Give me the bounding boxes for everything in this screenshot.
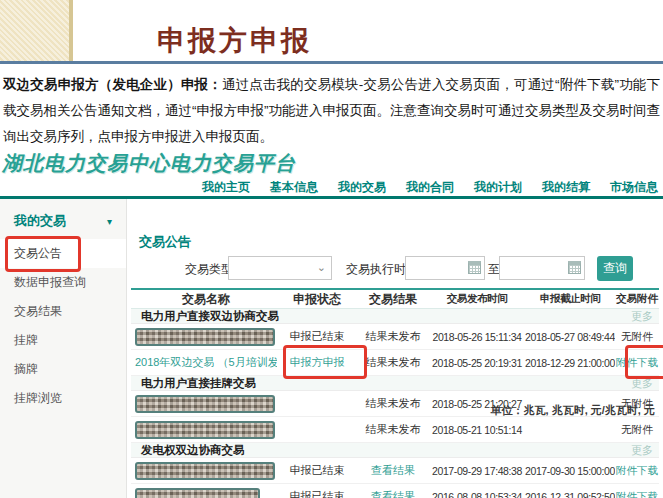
tab-my-settlement[interactable]: 我的结算: [542, 180, 590, 197]
attachment-cell: 无附件: [615, 423, 659, 437]
table-header-row: 交易名称 申报状态 交易结果 交易发布时间 申报截止时间 交易附件: [131, 288, 659, 309]
table-row: 申报已结束 查看结果 2017-09-29 17:48:38 2017-09-3…: [131, 458, 659, 484]
calendar-icon[interactable]: [468, 261, 481, 274]
main-panel: 单位：兆瓦, 兆瓦时, 元/兆瓦时, 元 交易公告 交易类型： ⌄ 交易执行时间…: [127, 199, 663, 498]
tab-my-trades[interactable]: 我的交易: [338, 180, 386, 197]
publish-time-cell: 2018-05-26 15:11:34: [429, 331, 525, 343]
deadline-cell: 2017-09-30 15:00:00: [525, 465, 615, 477]
more-link[interactable]: 更多: [631, 309, 653, 324]
status-cell: 申报已结束: [277, 463, 357, 478]
view-result-link[interactable]: 查看结果: [357, 463, 429, 478]
redacted-trade-name: [135, 462, 275, 480]
publish-time-cell: 2018-05-25 21:20:27: [429, 398, 525, 410]
tab-my-homepage[interactable]: 我的主页: [202, 180, 250, 197]
col-header-deadline: 申报截止时间: [525, 292, 615, 306]
result-cell: 结果未发布: [357, 422, 429, 437]
redacted-trade-name: [135, 488, 260, 498]
table-row: 申报已结束 查看结果 2016-08-08 10:53:34 2016-12-3…: [131, 484, 659, 498]
sidebar-item-listing[interactable]: 挂牌: [0, 326, 126, 355]
redacted-trade-name: [135, 328, 275, 346]
more-link[interactable]: 更多: [631, 443, 653, 458]
tab-my-plans[interactable]: 我的计划: [474, 180, 522, 197]
result-cell: 结果未发布: [357, 329, 429, 344]
publish-time-cell: 2018-05-21 10:51:14: [429, 424, 525, 436]
table-row: 结果未发布 2018-05-25 21:20:27 无附件: [131, 391, 659, 417]
sidebar-item-data-declaration-query[interactable]: 数据申报查询: [0, 268, 126, 297]
sidebar: 我的交易 ▾ 交易公告 数据申报查询 交易结果 挂牌 摘牌 挂牌浏览: [0, 199, 127, 498]
attachment-cell: 无附件: [615, 330, 659, 344]
trade-name-link[interactable]: 2018年双边交易 （5月培训发电企业）: [131, 355, 277, 370]
deadline-cell: 2016-12-31 09:52:50: [525, 491, 615, 498]
group-header-listing-user: 电力用户直接挂牌交易 更多: [131, 376, 659, 391]
status-cell: 申报已结束: [277, 489, 357, 498]
publish-time-cell: 2016-08-08 10:53:34: [429, 491, 525, 498]
attachment-download-link[interactable]: 附件下载: [615, 490, 659, 498]
calendar-icon[interactable]: [568, 261, 581, 274]
deadline-cell: 2018-05-27 08:49:44: [525, 331, 615, 343]
sidebar-header-label: 我的交易: [14, 212, 66, 230]
group-name: 发电权双边协商交易: [141, 443, 245, 458]
sidebar-item-trade-announcement[interactable]: 交易公告: [0, 239, 126, 268]
attachment-download-link[interactable]: 附件下载: [615, 356, 659, 370]
publish-time-cell: 2017-09-29 17:48:38: [429, 465, 525, 477]
publish-time-cell: 2018-05-25 20:19:31: [429, 357, 525, 369]
attachment-cell: 无附件: [615, 397, 659, 411]
announcement-table: 交易名称 申报状态 交易结果 交易发布时间 申报截止时间 交易附件 电力用户直接…: [131, 288, 659, 498]
sidebar-item-listing-browse[interactable]: 挂牌浏览: [0, 384, 126, 413]
top-nav: 我的主页 基本信息 我的交易 我的合同 我的计划 我的结算 市场信息: [202, 180, 658, 197]
sidebar-item-delisting[interactable]: 摘牌: [0, 355, 126, 384]
trade-type-select[interactable]: ⌄: [228, 256, 332, 280]
section-title: 交易公告: [139, 233, 191, 251]
platform-title: 湖北电力交易中心电力交易平台: [2, 150, 296, 177]
col-header-status: 申报状态: [277, 291, 357, 308]
result-cell: 结果未发布: [357, 396, 429, 411]
status-cell: 申报已结束: [277, 329, 357, 344]
group-name: 电力用户直接双边协商交易: [141, 309, 279, 324]
slide-body-text: 双边交易申报方（发电企业）申报：通过点击我的交易模块-交易公告进入交易页面，可通…: [3, 72, 660, 150]
sidebar-item-trade-results[interactable]: 交易结果: [0, 297, 126, 326]
group-header-generation-rights: 发电权双边协商交易 更多: [131, 443, 659, 458]
select-chevron-icon: ⌄: [317, 261, 326, 274]
group-name: 电力用户直接挂牌交易: [141, 376, 256, 391]
redacted-trade-name: [135, 421, 275, 439]
slide-corner-decoration: [0, 0, 73, 62]
table-row: 申报已结束 结果未发布 2018-05-26 15:11:34 2018-05-…: [131, 324, 659, 350]
attachment-download-link[interactable]: 附件下载: [615, 464, 659, 478]
slide-title: 申报方申报: [157, 22, 312, 60]
end-date-input[interactable]: [499, 256, 585, 280]
sidebar-header[interactable]: 我的交易 ▾: [0, 199, 126, 239]
redacted-trade-name: [135, 395, 275, 413]
col-header-name: 交易名称: [131, 291, 277, 308]
col-header-publish-time: 交易发布时间: [429, 292, 525, 306]
tab-basic-info[interactable]: 基本信息: [270, 180, 318, 197]
slide: 申报方申报 双边交易申报方（发电企业）申报：通过点击我的交易模块-交易公告进入交…: [0, 0, 663, 498]
table-row: 2018年双边交易 （5月培训发电企业） 申报方申报 结果未发布 2018-05…: [131, 350, 659, 376]
body-text-lead: 双边交易申报方（发电企业）申报：: [3, 77, 222, 92]
more-link[interactable]: 更多: [631, 376, 653, 391]
col-header-result: 交易结果: [357, 291, 429, 308]
group-header-bilateral-user: 电力用户直接双边协商交易 更多: [131, 309, 659, 324]
filter-row: 交易类型： ⌄ 交易执行时间： 至 查询: [127, 256, 663, 282]
col-header-attachment: 交易附件: [615, 292, 659, 306]
search-button[interactable]: 查询: [597, 256, 633, 281]
chevron-down-icon: ▾: [107, 216, 112, 227]
title-divider: [0, 61, 663, 64]
tab-market-info[interactable]: 市场信息: [610, 180, 658, 197]
result-cell: 结果未发布: [357, 355, 429, 370]
start-date-input[interactable]: [405, 256, 485, 280]
deadline-cell: 2018-12-29 21:00:00: [525, 357, 615, 369]
view-result-link[interactable]: 查看结果: [357, 489, 429, 498]
declare-link[interactable]: 申报方申报: [277, 355, 357, 370]
tab-my-contracts[interactable]: 我的合同: [406, 180, 454, 197]
table-row: 结果未发布 2018-05-21 10:51:14 无附件: [131, 417, 659, 443]
